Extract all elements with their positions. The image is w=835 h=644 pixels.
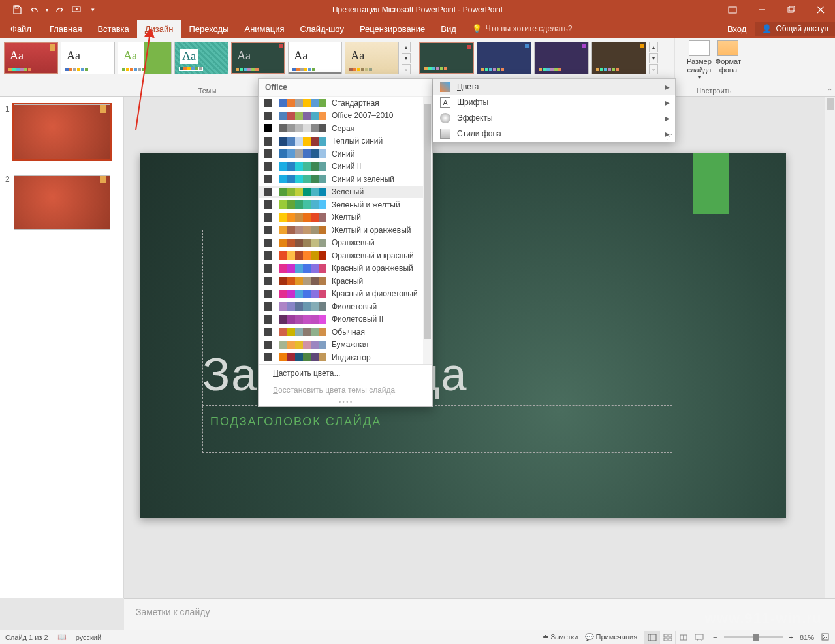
zoom-in-icon[interactable]: + <box>789 634 793 641</box>
qat-customize-icon[interactable]: ▾ <box>91 7 95 13</box>
tab-animations[interactable]: Анимация <box>236 20 292 38</box>
slideshow-view-icon[interactable] <box>691 631 706 644</box>
gallery-more-icon[interactable]: ▿ <box>402 64 411 74</box>
variant-tile[interactable] <box>591 42 646 74</box>
menu-item-effects[interactable]: Эффекты ▶ <box>433 110 675 126</box>
zoom-out-icon[interactable]: − <box>713 634 717 641</box>
scrollbar[interactable] <box>423 97 432 364</box>
tab-slideshow[interactable]: Слайд-шоу <box>292 20 352 38</box>
slide-thumbnail[interactable] <box>14 175 110 230</box>
colors-submenu: Office СтандартнаяOffice 2007–2010СераяТ… <box>258 78 433 407</box>
gallery-down-icon[interactable]: ▾ <box>649 53 658 63</box>
vertical-scrollbar[interactable] <box>825 97 835 598</box>
color-scheme-item[interactable]: Синий и зеленый <box>259 173 432 186</box>
customize-group: Размер слайда ▾ Формат фона Настроить <box>675 38 753 96</box>
undo-dropdown-icon[interactable]: ▾ <box>46 7 48 13</box>
color-swatch <box>264 251 326 260</box>
menu-item-colors[interactable]: Цвета ▶ <box>433 79 675 95</box>
notes-toggle[interactable]: ≐ Заметки <box>543 633 578 641</box>
theme-tile[interactable]: Aa <box>61 42 115 74</box>
slide-thumbnail[interactable] <box>14 104 110 159</box>
ribbon-display-icon[interactable] <box>717 0 747 20</box>
notes-pane[interactable]: Заметки к слайду www.911-win.ru <box>124 598 835 630</box>
variant-tile[interactable] <box>419 42 474 74</box>
resize-grip-icon[interactable]: ⋰ <box>666 133 672 140</box>
status-bar: Слайд 1 из 2 📖 русский ≐ Заметки 💬 Приме… <box>0 630 835 644</box>
undo-icon[interactable] <box>29 5 39 15</box>
color-scheme-item[interactable]: Зеленый <box>259 186 432 199</box>
tab-home[interactable]: Главная <box>42 20 89 38</box>
fit-to-window-icon[interactable] <box>821 632 830 643</box>
menu-item-bg-styles[interactable]: Стили фона ▶ <box>433 126 675 142</box>
color-scheme-item[interactable]: Красный и фиолетовый <box>259 288 432 301</box>
color-scheme-item[interactable]: Синий II <box>259 161 432 174</box>
color-scheme-item[interactable]: Желтый <box>259 211 432 224</box>
color-scheme-item[interactable]: Фиолетовый II <box>259 313 432 326</box>
normal-view-icon[interactable] <box>644 631 659 644</box>
sorter-view-icon[interactable] <box>659 631 675 644</box>
window-title: Презентация Microsoft PowerPoint - Power… <box>332 5 503 14</box>
color-scheme-item[interactable]: Оранжевый и красный <box>259 249 432 262</box>
tab-insert[interactable]: Вставка <box>89 20 136 38</box>
tab-review[interactable]: Рецензирование <box>352 20 433 38</box>
color-scheme-item[interactable]: Бумажная <box>259 339 432 352</box>
color-scheme-item[interactable]: Фиолетовый <box>259 300 432 313</box>
tab-view[interactable]: Вид <box>433 20 464 38</box>
variant-tile[interactable] <box>477 42 531 74</box>
tab-file[interactable]: Файл <box>0 20 42 38</box>
theme-tile[interactable]: Aa <box>174 42 228 74</box>
save-icon[interactable] <box>12 5 22 15</box>
gallery-down-icon[interactable]: ▾ <box>402 53 411 63</box>
signin-link[interactable]: Вход <box>727 24 746 34</box>
minimize-icon[interactable] <box>747 0 776 20</box>
menu-item-fonts[interactable]: A Шрифты ▶ <box>433 95 675 110</box>
subtitle-placeholder[interactable] <box>202 406 672 453</box>
zoom-slider[interactable] <box>724 636 783 638</box>
tab-design[interactable]: Дизайн <box>137 20 181 38</box>
slide-count[interactable]: Слайд 1 из 2 <box>5 634 48 641</box>
gallery-up-icon[interactable]: ▴ <box>649 42 658 52</box>
maximize-icon[interactable] <box>776 0 806 20</box>
slide-canvas[interactable]: За к слайда ПОДЗАГОЛОВОК СЛАЙДА <box>140 153 786 518</box>
slide-size-button[interactable]: Размер слайда ▾ <box>687 40 712 81</box>
variant-tile[interactable] <box>534 42 589 74</box>
slideshow-from-start-icon[interactable] <box>72 5 82 15</box>
color-scheme-item[interactable]: Синий <box>259 147 432 161</box>
gallery-more-icon[interactable]: ▿ <box>649 64 658 74</box>
color-scheme-item[interactable]: Стандартная <box>259 97 432 110</box>
color-scheme-item[interactable]: Зеленый и желтый <box>259 198 432 211</box>
format-background-button[interactable]: Формат фона <box>716 40 741 81</box>
color-scheme-item[interactable]: Индикатор <box>259 351 432 364</box>
comments-toggle[interactable]: 💬 Примечания <box>585 633 638 641</box>
theme-tile[interactable]: Aa <box>231 42 285 74</box>
theme-tile[interactable]: Aa <box>288 42 342 74</box>
color-scheme-item[interactable]: Обычная <box>259 326 432 339</box>
collapse-ribbon-icon[interactable]: ⌃ <box>827 87 832 95</box>
tell-me-search[interactable]: 💡 Что вы хотите сделать? <box>472 20 573 38</box>
slide-subtitle-text: ПОДЗАГОЛОВОК СЛАЙДА <box>210 415 381 429</box>
color-scheme-item[interactable]: Серая <box>259 122 432 135</box>
color-scheme-item[interactable]: Оранжевый <box>259 237 432 250</box>
spell-check-icon[interactable]: 📖 <box>57 633 67 641</box>
gallery-up-icon[interactable]: ▴ <box>402 42 411 52</box>
color-scheme-item[interactable]: Office 2007–2010 <box>259 110 432 123</box>
language-indicator[interactable]: русский <box>76 634 101 641</box>
share-button[interactable]: 👤 Общий доступ <box>755 22 835 36</box>
watermark: www.911-win.ru <box>705 610 822 627</box>
theme-tile[interactable]: Aa <box>345 42 399 74</box>
tab-transitions[interactable]: Переходы <box>181 20 236 38</box>
color-scheme-item[interactable]: Красный и оранжевый <box>259 262 432 275</box>
effects-icon <box>440 113 450 123</box>
customize-colors-item[interactable]: Настроить цвета... <box>259 365 432 382</box>
color-scheme-item[interactable]: Теплый синий <box>259 135 432 148</box>
theme-tile[interactable]: Aa <box>118 42 172 74</box>
color-scheme-item[interactable]: Красный <box>259 275 432 288</box>
theme-tile[interactable]: Aa <box>4 42 58 74</box>
close-icon[interactable] <box>806 0 835 20</box>
color-swatch <box>264 239 326 247</box>
reading-view-icon[interactable] <box>675 631 691 644</box>
zoom-level[interactable]: 81% <box>800 634 814 641</box>
color-scheme-item[interactable]: Желтый и оранжевый <box>259 224 432 237</box>
resize-grip-icon[interactable]: • • • • <box>259 399 432 406</box>
redo-icon[interactable] <box>55 5 65 15</box>
